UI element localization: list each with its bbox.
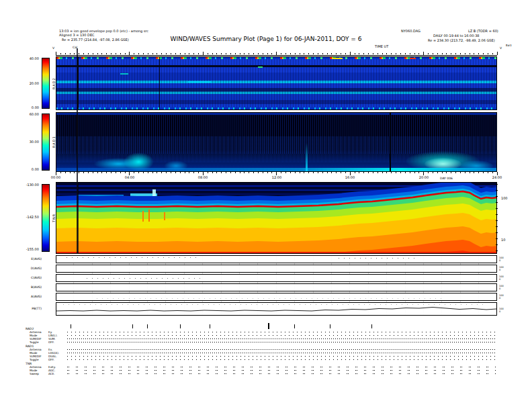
rad2-bottom-speckles: [56, 107, 496, 109]
rad2-colorbar-tick-max: 40.00: [19, 56, 39, 60]
x-tick-0000: 00:00: [46, 175, 66, 179]
x-tick-1600: 16:00: [340, 175, 360, 179]
x-tick-0800: 08:00: [193, 175, 213, 179]
x-tick-2400: 24:00: [487, 175, 507, 179]
strip-A-label: A(AVG): [23, 295, 42, 298]
rad1-spectrogram: [56, 112, 497, 172]
strip-A: [56, 293, 497, 301]
top-axis-line: [56, 55, 497, 56]
rad2-top-speckles: [56, 57, 496, 59]
header-right-lz: LZ B (TODR = 60): [468, 29, 498, 33]
header-right-ephemeris: Re = 234.30 (213.72, -98.49, 2.06 GSE): [428, 38, 495, 42]
strip-B: [56, 283, 497, 291]
page-title: WIND/WAVES Summary Plot (Page 1) for 06-…: [101, 36, 431, 42]
tnr-colorbar: [42, 184, 50, 252]
x-tick-0400: 04:00: [120, 175, 140, 179]
tnr-colorbar-tick-mid: -142.50: [16, 215, 39, 219]
rad1-colorbar-tick-mid: 30.00: [19, 140, 39, 144]
header-left-line2: Aligned 3 = 130 DEC: [59, 33, 95, 37]
rad2-spectrogram: [56, 56, 497, 110]
strip-PB: [56, 302, 497, 316]
strip-D-label: D(AVG): [23, 267, 42, 270]
tnr-right-ticks: [496, 184, 498, 252]
strip-D: [56, 265, 497, 273]
header-right-file: NY060.DAG: [401, 29, 420, 33]
tnr-spectrogram: [56, 182, 497, 254]
strip-B-label: B(AVG): [23, 285, 42, 289]
rad2-colorbar-tick-mid: 20.00: [19, 81, 39, 85]
rad1-colorbar: [42, 113, 50, 171]
rad1-colorbar-tick-max: 60.00: [19, 112, 39, 116]
tnr-colorbar-tick-min: -155.00: [16, 247, 39, 251]
strip-E-label: E(AVG): [23, 257, 42, 261]
right-mark: B#3: [506, 44, 512, 48]
time-ut-label: TIME UT: [375, 44, 388, 48]
x-tick-1200: 12:00: [267, 175, 287, 179]
tnr-right-tick-10: 10: [501, 238, 505, 242]
strip-E: [56, 255, 497, 263]
strip-C: [56, 274, 497, 282]
rad2-colorbar: [42, 58, 50, 109]
v-mark-left: V: [52, 46, 54, 50]
rad2-colorbar-tick-min: 0.00: [19, 105, 39, 109]
rad1-data-gap: [390, 113, 391, 172]
tnr-svg: [56, 183, 497, 254]
tnr-right-tick-100: 100: [501, 196, 508, 200]
x-tick-2000: 20:00: [414, 175, 434, 179]
day-label: DAY 006: [440, 177, 453, 180]
tnr-colorbar-tick-max: -130.00: [16, 183, 39, 187]
rad1-colorbar-tick-min: 0.00: [19, 167, 39, 171]
strip-C-label: C(AVG): [23, 276, 42, 279]
strip-PB-label: PB(TT): [23, 307, 42, 310]
header-right-daily: DAILY 00:19:44 to 16:00:38: [433, 34, 480, 38]
strip-charts-block: [56, 255, 497, 316]
wind-waves-summary-plot: 13:03 = ion good envelope pop 0.0 (etc) …: [0, 0, 532, 411]
cal-line-overlay: [77, 48, 78, 254]
v-mark-right: V: [500, 46, 502, 50]
